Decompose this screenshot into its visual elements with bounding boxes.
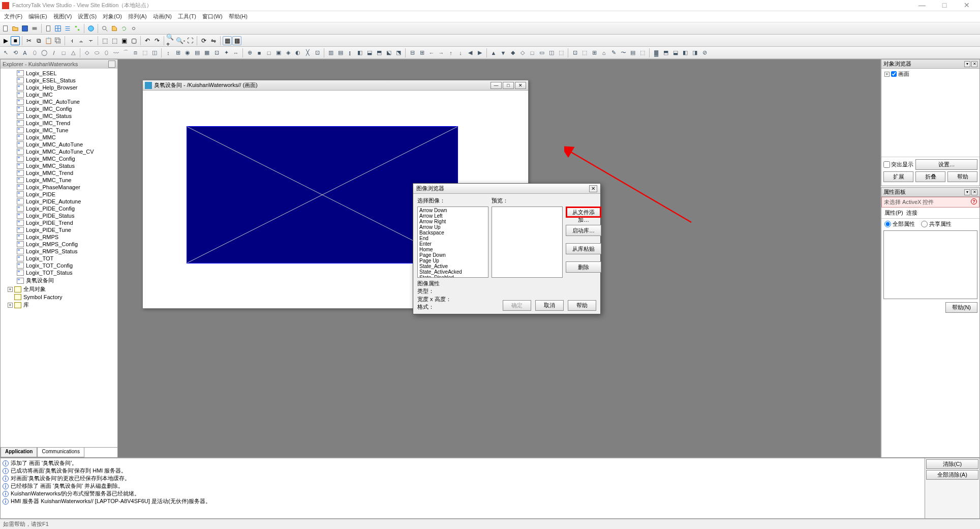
image-list-item[interactable]: Page Down: [418, 252, 487, 258]
tool-39[interactable]: ⬔: [394, 48, 403, 57]
radio-all-properties[interactable]: 全部属性: [884, 220, 915, 228]
tool-46[interactable]: ◀: [466, 48, 475, 57]
property-listbox[interactable]: [883, 230, 977, 299]
tool-41[interactable]: ⊞: [417, 48, 426, 57]
tool-54[interactable]: ◫: [547, 48, 556, 57]
menu-帮助[interactable]: 帮助(H): [226, 13, 251, 20]
obj-tree-root[interactable]: +画面: [882, 70, 978, 78]
panel-close-icon[interactable]: ✕: [971, 189, 977, 195]
close-button[interactable]: ✕: [956, 0, 978, 11]
tree-item[interactable]: Logix_PIDE_Config: [2, 205, 116, 212]
tree-item[interactable]: Logix_MMC_Tune: [2, 177, 116, 184]
tool-29[interactable]: ◐: [293, 48, 302, 57]
document-titlebar[interactable]: 臭氧设备间 - /KuishanWaterworks// (画面) — □ ✕: [143, 80, 528, 91]
image-list-item[interactable]: State_ActiveAcked: [418, 269, 487, 275]
tool-12[interactable]: ⌒: [121, 48, 130, 57]
tool-40[interactable]: ⊟: [408, 48, 417, 57]
flip-icon[interactable]: ⇋: [209, 36, 218, 45]
tool-4[interactable]: ◯: [40, 48, 49, 57]
tool-7[interactable]: △: [69, 48, 78, 57]
tool-25[interactable]: ■: [255, 48, 264, 57]
image-list-item[interactable]: Page Up: [418, 258, 487, 263]
open-icon[interactable]: [11, 24, 20, 33]
tree-item[interactable]: Logix_MMC_Trend: [2, 169, 116, 177]
tool-30[interactable]: ╳: [303, 48, 312, 57]
tool-8[interactable]: ◇: [82, 48, 91, 57]
tool-37[interactable]: ⬒: [375, 48, 384, 57]
grid-toggle-icon[interactable]: ▩: [232, 36, 241, 45]
tab-properties[interactable]: 属性(P): [884, 209, 903, 217]
tool-33[interactable]: ▤: [336, 48, 345, 57]
root-checkbox[interactable]: [891, 71, 897, 77]
tool-53[interactable]: ▭: [537, 48, 546, 57]
tool-59[interactable]: ⌂: [599, 48, 608, 57]
tab-application[interactable]: Application: [1, 448, 37, 457]
tool-13[interactable]: ⧈: [131, 48, 140, 57]
tool-1[interactable]: ⟲: [11, 48, 20, 57]
pin-icon[interactable]: [108, 61, 115, 68]
tool-5[interactable]: /: [49, 48, 58, 57]
tool-11[interactable]: 〰: [111, 48, 120, 57]
tree-item[interactable]: Logix_MMC_Config: [2, 155, 116, 162]
tool-48[interactable]: ▲: [489, 48, 498, 57]
tree-item[interactable]: Logix_MMC_Status: [2, 162, 116, 169]
tool-32[interactable]: ▥: [326, 48, 335, 57]
tool-50[interactable]: ◆: [508, 48, 517, 57]
tool-24[interactable]: ⊕: [245, 48, 254, 57]
image-list-item[interactable]: Arrow Left: [418, 213, 487, 219]
front-icon[interactable]: ▣: [119, 36, 129, 45]
image-list-item[interactable]: End: [418, 236, 487, 241]
tool-20[interactable]: ▦: [202, 48, 211, 57]
tree-item[interactable]: Logix_PIDE_Tune: [2, 226, 116, 233]
tool-26[interactable]: □: [264, 48, 273, 57]
settings-icon[interactable]: [129, 24, 138, 33]
doc-close-button[interactable]: ✕: [515, 82, 526, 89]
settings-button[interactable]: 设置…: [915, 159, 977, 170]
tool-2[interactable]: A: [20, 48, 29, 57]
radio-shared-properties[interactable]: 共享属性: [921, 220, 952, 228]
undo-icon[interactable]: ↶: [143, 36, 152, 45]
image-list-item[interactable]: Enter: [418, 241, 487, 247]
tool-68[interactable]: ◨: [690, 48, 699, 57]
image-list-item[interactable]: Backspace: [418, 230, 487, 236]
tree-item[interactable]: Logix_PIDE: [2, 191, 116, 198]
grid-icon[interactable]: [53, 24, 63, 33]
dialog-titlebar[interactable]: 图像浏览器 ✕: [413, 184, 600, 194]
duplicate-icon[interactable]: ⿻: [53, 36, 63, 45]
tree-item[interactable]: Logix_IMC_AutoTune: [2, 98, 116, 105]
tree-node[interactable]: Symbol Factory: [2, 293, 116, 301]
tree-icon[interactable]: [73, 24, 82, 33]
tree-item[interactable]: Logix_PIDE_Status: [2, 212, 116, 219]
clear-button[interactable]: 清除(C): [926, 459, 978, 469]
menu-排列[interactable]: 排列(A): [125, 13, 150, 20]
tool-3[interactable]: ⬯: [30, 48, 39, 57]
paste-from-library-button[interactable]: 从库粘贴: [566, 243, 601, 254]
tree-item[interactable]: Logix_IMC_Status: [2, 112, 116, 120]
image-list-item[interactable]: State_Active: [418, 263, 487, 269]
new-icon[interactable]: [1, 24, 10, 33]
warning-icon[interactable]: ?: [971, 198, 977, 204]
globe-icon[interactable]: [86, 24, 96, 33]
tool-19[interactable]: ▤: [193, 48, 202, 57]
minimize-button[interactable]: —: [911, 0, 933, 11]
tool-31[interactable]: ⊡: [313, 48, 322, 57]
snap-icon[interactable]: ▦: [223, 36, 232, 45]
tool-57[interactable]: ⬚: [580, 48, 589, 57]
image-list-item[interactable]: State_Disabled: [418, 275, 487, 278]
zoom-in-icon[interactable]: 🔍+: [166, 36, 175, 45]
tool-61[interactable]: 〜: [619, 48, 628, 57]
help-button[interactable]: 帮助: [568, 300, 596, 311]
image-listbox[interactable]: Arrow DownArrow LeftArrow RightArrow UpB…: [417, 207, 488, 278]
tool-34[interactable]: ⫿: [346, 48, 355, 57]
rotate-icon[interactable]: ⟳: [199, 36, 208, 45]
tool-43[interactable]: →: [437, 48, 446, 57]
menu-对象[interactable]: 对象(O): [100, 13, 125, 20]
tool-55[interactable]: ⬚: [557, 48, 566, 57]
tool-18[interactable]: ◉: [183, 48, 192, 57]
tool-17[interactable]: ⊞: [173, 48, 182, 57]
list-icon[interactable]: [63, 24, 72, 33]
menu-动画[interactable]: 动画(N): [150, 13, 175, 20]
back-icon[interactable]: ▢: [129, 36, 138, 45]
tree-item[interactable]: Logix_RMPS_Status: [2, 248, 116, 255]
tool-58[interactable]: ⊞: [590, 48, 599, 57]
